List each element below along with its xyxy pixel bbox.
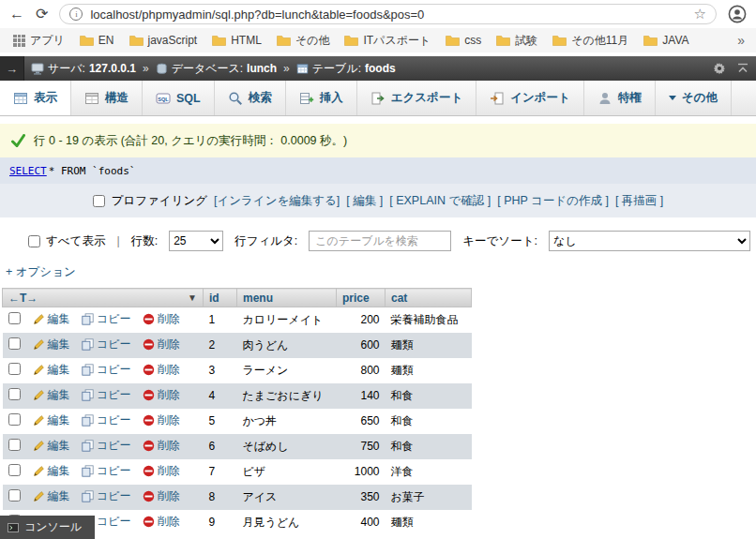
cell-cat: お菓子 [386, 485, 472, 510]
page-info-icon[interactable]: i [69, 7, 83, 21]
url-text[interactable]: localhost/phpmyadmin/sql.php?db=lunch&ta… [90, 7, 686, 22]
copy-link[interactable]: コピー [82, 463, 131, 479]
copy-link[interactable]: コピー [82, 387, 131, 403]
delete-link[interactable]: 削除 [143, 337, 180, 352]
bookmarks-overflow-icon[interactable]: » [733, 33, 748, 48]
column-move-arrows[interactable]: ←T→ [8, 292, 38, 305]
delete-link[interactable]: 削除 [143, 311, 180, 327]
show-all-control[interactable]: すべて表示 [28, 233, 105, 249]
collapse-top-icon[interactable] [737, 63, 748, 74]
insert-icon [299, 91, 314, 106]
delete-link[interactable]: 削除 [143, 438, 180, 454]
tab-structure[interactable]: 構造 [71, 81, 143, 115]
delete-link[interactable]: 削除 [143, 362, 180, 378]
cell-cat: 和食 [386, 383, 472, 409]
row-actions-caret-icon[interactable]: ▼ [188, 292, 197, 303]
tab-sql[interactable]: SQL SQL [143, 81, 215, 115]
sort-key-select[interactable]: なし [549, 231, 750, 251]
cell-price: 800 [337, 358, 386, 383]
row-checkbox[interactable] [8, 337, 21, 350]
column-header-cat[interactable]: cat [386, 289, 472, 307]
bookmark-star-icon[interactable]: ☆ [694, 6, 706, 22]
column-header-price[interactable]: price [337, 289, 386, 307]
sql-keyword-link[interactable]: SELECT [9, 165, 47, 177]
php-code-link[interactable]: [ PHP コードの作成 ] [497, 193, 609, 209]
copy-link[interactable]: コピー [82, 337, 131, 352]
pencil-icon [33, 440, 45, 452]
bookmark-folder[interactable]: 試験 [491, 31, 543, 51]
tab-insert[interactable]: 挿入 [286, 81, 357, 115]
delete-link[interactable]: 削除 [143, 463, 180, 479]
explain-link[interactable]: [ EXPLAIN で確認 ] [389, 193, 491, 209]
breadcrumb-database[interactable]: データベース: lunch [156, 61, 277, 77]
show-navigation-panel-icon[interactable]: → [0, 56, 24, 81]
delete-link[interactable]: 削除 [143, 488, 180, 504]
bookmark-folder[interactable]: javaScript [124, 32, 204, 49]
delete-link[interactable]: 削除 [143, 387, 180, 403]
cell-price: 600 [337, 333, 386, 358]
copy-link[interactable]: コピー [82, 362, 131, 378]
copy-link[interactable]: コピー [82, 488, 131, 504]
show-all-checkbox[interactable] [28, 235, 40, 247]
edit-link[interactable]: 編集 [33, 488, 70, 504]
bookmark-folder[interactable]: JAVA [638, 32, 694, 49]
options-toggle[interactable]: + オプション [0, 261, 756, 288]
breadcrumb-table[interactable]: テーブル: foods [296, 61, 396, 77]
row-checkbox[interactable] [8, 439, 21, 451]
table-filter-input[interactable] [309, 231, 451, 251]
edit-link[interactable]: 編集 [33, 463, 70, 479]
cell-cat: 洋食 [386, 459, 472, 485]
cell-id: 7 [204, 459, 237, 485]
console-toggle[interactable]: コンソール [0, 516, 95, 539]
row-checkbox[interactable] [8, 388, 21, 400]
cell-menu: 肉うどん [237, 333, 337, 358]
edit-link[interactable]: 編集 [33, 311, 70, 327]
tab-export[interactable]: エクスポート [357, 81, 476, 115]
folder-icon [80, 35, 94, 46]
filter-label: 行フィルタ: [234, 233, 297, 249]
delete-link[interactable]: 削除 [143, 412, 180, 428]
profile-avatar-icon[interactable] [728, 5, 747, 23]
bookmark-folder[interactable]: EN [74, 32, 120, 49]
copy-link[interactable]: コピー [82, 438, 131, 454]
tab-browse[interactable]: 表示 [0, 81, 71, 115]
apps-shortcut[interactable]: アプリ [8, 31, 70, 51]
table-row: 編集 コピー 削除 8 アイス 350 お菓子 [3, 485, 472, 510]
tab-privileges[interactable]: 特権 [584, 81, 656, 115]
edit-query-link[interactable]: [ 編集 ] [346, 193, 383, 209]
address-bar[interactable]: i localhost/phpmyadmin/sql.php?db=lunch&… [59, 4, 717, 24]
cell-price: 140 [337, 383, 386, 409]
bookmark-folder[interactable]: HTML [206, 32, 267, 49]
reload-icon[interactable]: ⟳ [36, 7, 48, 22]
column-header-menu[interactable]: menu [237, 289, 337, 307]
copy-link[interactable]: コピー [82, 311, 131, 327]
bookmark-folder[interactable]: その他 [271, 31, 336, 51]
copy-link[interactable]: コピー [82, 412, 131, 428]
edit-link[interactable]: 編集 [33, 438, 70, 454]
page-settings-gear-icon[interactable] [713, 62, 726, 75]
edit-link[interactable]: 編集 [33, 387, 70, 403]
row-checkbox[interactable] [8, 312, 21, 324]
bookmark-folder[interactable]: ITパスポート [339, 31, 436, 51]
row-checkbox[interactable] [8, 363, 21, 375]
delete-link[interactable]: 削除 [143, 514, 180, 530]
row-checkbox[interactable] [8, 489, 21, 502]
column-header-id[interactable]: id [204, 289, 237, 307]
tab-more[interactable]: その他 [656, 81, 732, 115]
num-rows-select[interactable]: 25 [169, 231, 223, 251]
refresh-link[interactable]: [ 再描画 ] [615, 193, 663, 209]
edit-link[interactable]: 編集 [33, 337, 70, 352]
inline-edit-link[interactable]: [インラインを編集する] [214, 193, 340, 209]
row-checkbox[interactable] [8, 464, 21, 476]
bookmark-folder[interactable]: css [440, 32, 487, 49]
profiling-checkbox[interactable] [93, 195, 105, 207]
back-icon[interactable]: ← [9, 7, 24, 22]
tab-search[interactable]: 検索 [215, 81, 286, 115]
tab-import[interactable]: インポート [476, 81, 584, 115]
edit-link[interactable]: 編集 [33, 362, 70, 378]
apps-grid-icon [13, 35, 25, 47]
edit-link[interactable]: 編集 [33, 412, 70, 428]
bookmark-folder[interactable]: その他11月 [547, 31, 634, 51]
breadcrumb-server[interactable]: サーバ: 127.0.0.1 [31, 61, 136, 77]
row-checkbox[interactable] [8, 413, 21, 426]
